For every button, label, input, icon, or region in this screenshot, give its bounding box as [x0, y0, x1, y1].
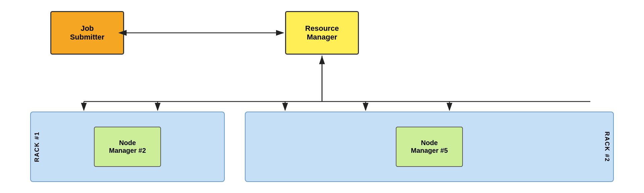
resource-manager-box: Resource Manager	[285, 11, 359, 55]
job-submitter-label: Job Submitter	[70, 24, 105, 42]
node-manager-5-label: Node Manager #5	[411, 139, 448, 154]
rack-1-container: RACK #1 Node Manager #1 Node Manager #2	[30, 112, 225, 182]
architecture-diagram: Job Submitter Resource Manager RACK #1 N…	[10, 4, 634, 189]
job-submitter-box: Job Submitter	[50, 11, 124, 55]
resource-manager-label: Resource Manager	[305, 24, 339, 42]
node-manager-2: Node Manager #2	[94, 127, 161, 167]
rack-1-label-left: RACK #1	[34, 131, 41, 162]
rack-2-label-right: RACK #2	[603, 131, 610, 162]
node-manager-5: Node Manager #5	[396, 127, 463, 167]
node-manager-2-label: Node Manager #2	[109, 139, 146, 154]
rack-2-container: Node Manager #3 Node Manager #4 Node Man…	[245, 112, 614, 182]
